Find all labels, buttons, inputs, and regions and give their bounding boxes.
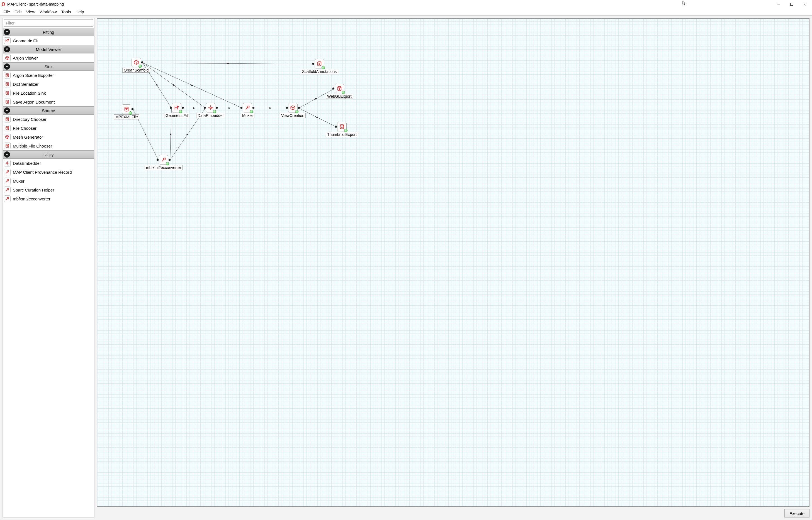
category-header[interactable]: Utility <box>3 150 94 159</box>
port-in[interactable] <box>335 126 337 128</box>
tool-label: Save Argon Document <box>13 100 55 104</box>
port-out[interactable] <box>298 107 300 109</box>
node-box[interactable] <box>172 103 181 112</box>
tool-item[interactable]: DataEmbedder <box>3 159 94 167</box>
node-box[interactable] <box>288 103 298 112</box>
port-in[interactable] <box>156 159 158 161</box>
node-box[interactable] <box>122 104 131 114</box>
tool-item[interactable]: MAP Client Provenance Record <box>3 167 94 177</box>
node-mbfxml2exconverter[interactable]: mbfxml2exconverter <box>145 155 182 170</box>
category-header[interactable]: Model Viewer <box>3 45 94 53</box>
node-box[interactable] <box>315 59 324 69</box>
menu-file[interactable]: File <box>1 9 12 15</box>
tool-item[interactable]: Dict Serializer <box>3 80 94 88</box>
category-header[interactable]: Source <box>3 106 94 115</box>
node-label: OrganScaffold <box>122 68 150 73</box>
tool-item[interactable]: mbfxml2exconverter <box>3 194 94 203</box>
port-in[interactable] <box>241 107 242 109</box>
node-ThumbnailExport[interactable]: ThumbnailExport <box>326 122 358 137</box>
node-DataEmbedder[interactable]: DataEmbedder <box>196 103 225 118</box>
node-MBFXMLFile[interactable]: MBFXMLFile <box>114 104 139 120</box>
tool-label: Argon Viewer <box>13 56 38 60</box>
sidebar: FittingGeometric FitModel ViewerArgon Vi… <box>2 18 95 518</box>
tool-item[interactable]: Sparc Curation Helper <box>3 185 94 194</box>
svg-line-6 <box>143 63 205 108</box>
db-up-icon <box>4 116 10 123</box>
minimize-button[interactable] <box>772 0 785 8</box>
port-in[interactable] <box>286 107 288 109</box>
node-label: Muxer <box>241 113 254 118</box>
category-label: Sink <box>3 64 94 69</box>
tool-item[interactable]: File Location Sink <box>3 88 94 98</box>
tool-label: Sparc Curation Helper <box>13 188 54 192</box>
tool-label: File Location Sink <box>13 91 46 96</box>
tool-item[interactable]: Argon Scene Exporter <box>3 71 94 80</box>
tool-item[interactable]: Muxer <box>3 177 94 185</box>
node-box[interactable] <box>131 58 141 67</box>
workflow-canvas[interactable]: OrganScaffoldScaffoldAnnotationsMBFXMLFi… <box>97 18 810 507</box>
node-box[interactable] <box>206 103 215 112</box>
tool-item[interactable]: Geometric Fit <box>3 36 94 45</box>
port-out[interactable] <box>131 108 133 110</box>
close-button[interactable] <box>798 0 811 8</box>
cursor-icon <box>682 1 689 7</box>
tool-item[interactable]: File Chooser <box>3 124 94 132</box>
tool-label: Geometric Fit <box>13 38 38 43</box>
port-out[interactable] <box>141 61 143 63</box>
node-WebGLExport[interactable]: WebGLExport <box>326 84 353 99</box>
node-label: GeometricFit <box>164 113 189 118</box>
node-ScaffoldAnnotations[interactable]: ScaffoldAnnotations <box>301 59 338 74</box>
target-icon <box>4 160 10 166</box>
filter-input[interactable] <box>4 20 93 27</box>
category-label: Model Viewer <box>3 47 94 52</box>
port-out[interactable] <box>252 107 254 109</box>
menu-view[interactable]: View <box>24 9 38 15</box>
tool-label: mbfxml2exconverter <box>13 197 50 201</box>
main-area: FittingGeometric FitModel ViewerArgon Vi… <box>0 16 812 520</box>
menu-help[interactable]: Help <box>73 9 87 15</box>
db-up-icon <box>4 142 10 149</box>
port-in[interactable] <box>333 88 335 89</box>
menu-workflow[interactable]: Workflow <box>38 9 59 15</box>
status-dot <box>139 64 142 68</box>
maximize-button[interactable] <box>785 0 798 8</box>
node-OrganScaffold[interactable]: OrganScaffold <box>122 58 150 73</box>
port-in[interactable] <box>204 107 206 109</box>
tool-item[interactable]: Mesh Generator <box>3 132 94 141</box>
node-box[interactable] <box>159 155 168 164</box>
category-header[interactable]: Fitting <box>3 28 94 36</box>
node-label: ScaffoldAnnotations <box>301 69 338 74</box>
svg-rect-1 <box>791 3 793 5</box>
status-dot <box>166 162 169 165</box>
db-down-icon <box>4 81 10 87</box>
port-out[interactable] <box>169 159 171 161</box>
node-ViewCreation[interactable]: ViewCreation <box>280 103 306 118</box>
tool-item[interactable]: Argon Viewer <box>3 53 94 62</box>
wrench-icon <box>4 178 10 184</box>
execute-button[interactable]: Execute <box>784 509 810 518</box>
node-box[interactable] <box>337 122 347 131</box>
port-in[interactable] <box>170 107 172 109</box>
tool-label: Argon Scene Exporter <box>13 73 54 78</box>
tool-item[interactable]: Directory Chooser <box>3 115 94 124</box>
tool-item[interactable]: Save Argon Document <box>3 98 94 106</box>
status-dot <box>342 91 345 94</box>
node-label: mbfxml2exconverter <box>145 165 182 170</box>
port-in[interactable] <box>312 63 314 65</box>
node-Muxer[interactable]: Muxer <box>241 103 254 118</box>
category-label: Utility <box>3 152 94 157</box>
node-box[interactable] <box>243 103 252 112</box>
tool-item[interactable]: Multiple File Chooser <box>3 141 94 150</box>
node-GeometricFit[interactable]: GeometricFit <box>164 103 189 118</box>
port-out[interactable] <box>182 107 183 109</box>
category-header[interactable]: Sink <box>3 62 94 71</box>
menubar: File Edit View Workflow Tools Help <box>0 8 812 16</box>
menu-tools[interactable]: Tools <box>59 9 73 15</box>
node-box[interactable] <box>335 84 344 93</box>
wrench-icon <box>4 186 10 193</box>
port-out[interactable] <box>216 107 218 109</box>
node-label: DataEmbedder <box>196 113 225 118</box>
menu-edit[interactable]: Edit <box>12 9 24 15</box>
node-label: WebGLExport <box>326 94 353 99</box>
node-label: ThumbnailExport <box>326 132 358 137</box>
